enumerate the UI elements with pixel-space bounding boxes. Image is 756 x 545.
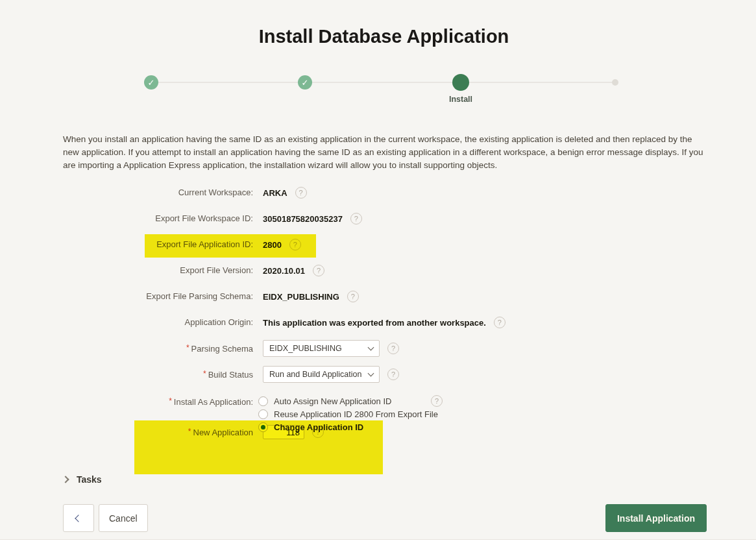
step-1-complete-check-icon: ✓	[144, 75, 158, 90]
help-icon[interactable]: ?	[289, 239, 301, 250]
check-icon: ✓	[148, 78, 155, 88]
radio-option-label[interactable]: Auto Assign New Application ID	[274, 396, 391, 406]
field-row-current-workspace: Current Workspace: ARKA ?	[0, 180, 756, 206]
radio-option-change-id[interactable]: Change Application ID	[258, 420, 438, 433]
radio-button-icon[interactable]	[258, 409, 268, 419]
required-marker: *	[169, 396, 172, 406]
step-4-future-dot	[612, 79, 618, 86]
help-icon[interactable]: ?	[347, 291, 359, 302]
help-icon[interactable]: ?	[295, 187, 307, 199]
field-value: 2020.10.01	[263, 266, 305, 276]
help-icon[interactable]: ?	[431, 395, 443, 407]
page-title: Install Database Application	[0, 26, 756, 47]
chevron-down-icon	[368, 344, 374, 350]
current-step-label: Install	[422, 95, 500, 104]
field-label: Export File Version:	[0, 264, 253, 277]
tasks-label: Tasks	[77, 474, 102, 485]
install-form: Current Workspace: ARKA ? Export File Wo…	[0, 180, 756, 445]
intro-text: When you install an application having t…	[63, 133, 707, 172]
field-label: Current Workspace:	[0, 186, 253, 199]
cancel-button[interactable]: Cancel	[99, 504, 148, 532]
radio-option-reuse-id[interactable]: Reuse Application ID 2800 From Export Fi…	[258, 407, 438, 420]
step-3-current-dot	[452, 74, 469, 91]
selected-option: EIDX_PUBLISHING	[269, 344, 342, 353]
field-label: Export File Parsing Schema:	[0, 290, 253, 303]
field-row-export-file-application-id: Export File Application ID: 2800 ?	[0, 232, 756, 258]
build-status-select[interactable]: Run and Build Application	[263, 366, 380, 383]
field-row-application-origin: Application Origin: This application was…	[0, 309, 756, 335]
install-application-button[interactable]: Install Application	[605, 504, 707, 532]
radio-option-label[interactable]: Reuse Application ID 2800 From Export Fi…	[274, 409, 438, 419]
install-as-application-radio-group: Auto Assign New Application ID ? Reuse A…	[253, 394, 438, 433]
required-marker: *	[186, 343, 189, 352]
field-label: Application Origin:	[0, 316, 253, 329]
field-label: *Parsing Schema	[0, 341, 253, 356]
install-wizard-page: Install Database Application ✓ ✓ Install…	[0, 0, 756, 545]
field-row-export-file-parsing-schema: Export File Parsing Schema: EIDX_PUBLISH…	[0, 284, 756, 309]
field-row-export-file-version: Export File Version: 2020.10.01 ?	[0, 258, 756, 284]
field-label: *Install As Application:	[0, 394, 253, 409]
field-value: ARKA	[263, 188, 287, 198]
field-label: Export File Application ID:	[0, 238, 253, 251]
required-marker: *	[188, 427, 191, 436]
field-value: This application was exported from anoth…	[263, 318, 486, 328]
chevron-down-icon	[368, 370, 374, 376]
field-row-install-as-application: *Install As Application: Auto Assign New…	[0, 387, 756, 413]
parsing-schema-select[interactable]: EIDX_PUBLISHING	[263, 340, 380, 357]
field-value: EIDX_PUBLISHING	[263, 292, 339, 302]
field-row-export-file-workspace-id: Export File Workspace ID: 30501875820035…	[0, 206, 756, 232]
check-icon: ✓	[302, 78, 309, 88]
radio-button-icon[interactable]	[258, 396, 268, 406]
required-marker: *	[203, 369, 206, 378]
field-row-build-status: *Build Status Run and Build Application …	[0, 361, 756, 387]
stepper-track	[151, 82, 615, 83]
field-row-parsing-schema: *Parsing Schema EIDX_PUBLISHING ?	[0, 335, 756, 361]
selected-option: Run and Build Application	[269, 370, 361, 379]
back-button[interactable]	[63, 504, 94, 532]
bottom-strip	[0, 540, 756, 545]
field-label: *Build Status	[0, 367, 253, 382]
help-icon[interactable]: ?	[494, 317, 506, 328]
chevron-right-icon	[62, 476, 69, 483]
tasks-toggle[interactable]: Tasks	[63, 473, 102, 486]
help-icon[interactable]: ?	[350, 213, 362, 224]
radio-option-label[interactable]: Change Application ID	[274, 422, 363, 432]
help-icon[interactable]: ?	[313, 265, 324, 276]
field-value: 2800	[263, 240, 282, 250]
field-value: 30501875820035237	[263, 214, 343, 224]
help-icon[interactable]: ?	[387, 369, 399, 380]
chevron-left-icon	[75, 515, 82, 522]
radio-button-selected-icon[interactable]	[258, 422, 268, 432]
help-icon[interactable]: ?	[387, 343, 399, 354]
radio-option-auto-assign[interactable]: Auto Assign New Application ID ?	[258, 394, 438, 407]
field-label: Export File Workspace ID:	[0, 212, 253, 225]
field-label: *New Application	[0, 425, 253, 439]
step-2-complete-check-icon: ✓	[298, 75, 312, 90]
